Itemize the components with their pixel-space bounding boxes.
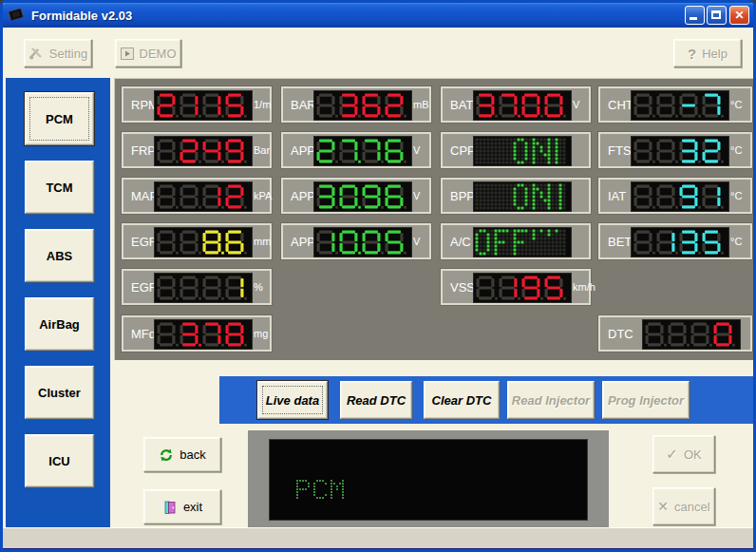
display-mfdes: MFdesmg xyxy=(122,315,272,352)
sidebar-item-pcm[interactable]: PCM xyxy=(25,92,94,145)
display-dtc: DTC xyxy=(598,315,752,352)
display-unit: °C xyxy=(730,190,742,201)
display-unit: °C xyxy=(730,236,742,247)
cancel-button[interactable]: ✕ cancel xyxy=(652,487,715,525)
exit-button-label: exit xyxy=(183,500,202,514)
command-button-read-injector[interactable]: Read Injector xyxy=(507,381,595,419)
display-bet: BET°C xyxy=(598,223,752,259)
seven-segment-display xyxy=(631,90,729,121)
exit-button[interactable]: exit xyxy=(143,489,221,524)
display-unit: Bar xyxy=(254,144,270,156)
seven-segment-display xyxy=(154,136,253,166)
sidebar-item-label: ICU xyxy=(48,454,69,468)
sidebar: PCMTCMABSAirBagClusterICU xyxy=(6,78,110,527)
display-label: A/C xyxy=(450,235,471,249)
command-button-label: Read DTC xyxy=(347,393,406,408)
display-label: DTC xyxy=(608,327,633,341)
x-icon: ✕ xyxy=(657,499,669,514)
seven-segment-display xyxy=(631,181,729,212)
status-bar xyxy=(3,527,753,549)
maximize-icon xyxy=(711,10,721,19)
command-button-clear-dtc[interactable]: Clear DTC xyxy=(424,381,500,419)
maximize-button[interactable] xyxy=(707,6,727,25)
display-label: BPP xyxy=(450,189,475,203)
check-icon: ✓ xyxy=(666,446,678,463)
dot-matrix-display xyxy=(473,136,572,166)
display-unit: °C xyxy=(730,144,742,156)
display-unit: V xyxy=(413,236,420,247)
command-button-read-dtc[interactable]: Read DTC xyxy=(340,381,412,419)
ok-button[interactable]: ✓ OK xyxy=(652,435,715,473)
display-label: CHT xyxy=(608,98,633,112)
display-bpp: BPP xyxy=(441,178,591,214)
display-frp: FRPBar xyxy=(122,132,272,168)
command-button-label: Live data xyxy=(266,393,319,408)
screen-text-dots xyxy=(270,440,587,520)
display-egrp: EGRpmm xyxy=(122,223,272,259)
command-button-label: Read Injector xyxy=(512,393,590,408)
setting-button[interactable]: Setting xyxy=(24,39,92,67)
display-iat: IAT°C xyxy=(598,178,752,214)
seven-segment-display xyxy=(631,136,729,166)
display-unit: V xyxy=(413,144,420,156)
seven-segment-display xyxy=(313,90,412,121)
display-app1: APP1V xyxy=(281,132,431,168)
help-button-label: Help xyxy=(702,47,728,61)
sidebar-item-label: Cluster xyxy=(38,386,81,400)
dot-matrix-display xyxy=(473,181,572,212)
sidebar-item-abs[interactable]: ABS xyxy=(25,229,94,282)
display-label: BET xyxy=(608,235,632,249)
sidebar-item-airbag[interactable]: AirBag xyxy=(25,297,94,351)
sidebar-item-icu[interactable]: ICU xyxy=(25,434,94,487)
seven-segment-display xyxy=(154,90,253,121)
ok-button-label: OK xyxy=(684,447,702,462)
display-egrd: EGRd% xyxy=(122,269,272,305)
command-button-label: Clear DTC xyxy=(432,393,492,408)
display-unit: mm xyxy=(254,236,271,247)
close-button[interactable]: ✕ xyxy=(729,6,749,25)
display-fts: FTS°C xyxy=(598,132,752,168)
display-unit: km/h xyxy=(573,281,595,293)
help-button[interactable]: ? Help xyxy=(673,39,742,67)
sidebar-item-cluster[interactable]: Cluster xyxy=(25,366,94,419)
display-cht: CHT°C xyxy=(598,86,752,123)
display-app3: APP3V xyxy=(281,223,431,259)
door-exit-icon xyxy=(162,500,178,515)
lcd-screen xyxy=(269,439,588,521)
display-label: CPP xyxy=(450,143,476,158)
display-unit: °C xyxy=(730,99,742,110)
setting-button-label: Setting xyxy=(49,47,87,61)
display-label: FTS xyxy=(608,143,632,158)
display-unit: % xyxy=(254,281,263,293)
seven-segment-display xyxy=(154,319,253,350)
display-ac: A/C xyxy=(441,223,591,259)
display-map: MAPkPA xyxy=(122,178,272,214)
display-label: FRP xyxy=(131,143,156,158)
play-icon xyxy=(121,48,134,60)
command-button-label: Prog Injector xyxy=(608,393,684,408)
seven-segment-display xyxy=(154,227,253,257)
sidebar-item-label: PCM xyxy=(46,112,73,126)
demo-button[interactable]: DEMO xyxy=(115,39,181,67)
sidebar-item-tcm[interactable]: TCM xyxy=(25,161,94,214)
minimize-button[interactable] xyxy=(685,6,705,25)
display-rpm: RPM1/m xyxy=(122,86,272,123)
dot-matrix-display xyxy=(473,227,572,257)
back-button[interactable]: back xyxy=(143,437,221,472)
command-button-prog-injector[interactable]: Prog Injector xyxy=(602,381,690,419)
tools-icon xyxy=(28,46,44,61)
display-vss: VSSkm/h xyxy=(441,269,591,305)
minimize-icon xyxy=(690,17,697,20)
demo-button-label: DEMO xyxy=(140,47,177,61)
app-window: Formidable v2.03 ✕ Setting DEMO ? Help P… xyxy=(0,0,756,552)
command-button-live-data[interactable]: Live data xyxy=(257,381,328,419)
display-unit: V xyxy=(413,190,420,201)
seven-segment-display xyxy=(154,273,253,303)
screen-panel xyxy=(248,430,609,527)
display-cpp: CPP xyxy=(441,132,591,168)
display-app2: APP2V xyxy=(281,178,431,214)
titlebar: Formidable v2.03 ✕ xyxy=(3,3,753,28)
seven-segment-display xyxy=(313,181,412,212)
sidebar-item-label: ABS xyxy=(47,249,72,263)
display-label: VSS xyxy=(450,280,475,295)
